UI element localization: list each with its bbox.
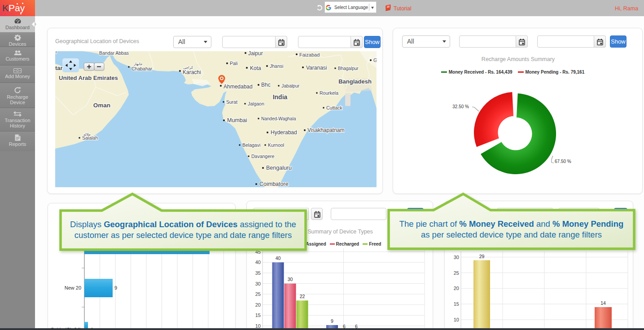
svg-text:Rourkela: Rourkela xyxy=(320,90,338,96)
svg-text:Bangladesh: Bangladesh xyxy=(338,78,372,85)
svg-text:Nanded-Waghala: Nanded-Waghala xyxy=(261,116,296,121)
svg-text:40: 40 xyxy=(255,260,261,265)
svg-text:Bandar Abbas: Bandar Abbas xyxy=(99,51,129,56)
svg-text:Gu: Gu xyxy=(373,57,377,63)
svg-text:India: India xyxy=(273,93,288,101)
svg-text:30: 30 xyxy=(255,281,261,286)
svg-text:Surat: Surat xyxy=(226,99,237,105)
svg-text:Visakhapatnam: Visakhapatnam xyxy=(307,127,345,133)
svg-text:15: 15 xyxy=(255,312,261,318)
svg-text:Belagavi: Belagavi xyxy=(242,142,260,148)
svg-text:Jalgaon: Jalgaon xyxy=(248,101,264,106)
svg-text:14: 14 xyxy=(600,300,606,306)
svg-text:Jabalpur: Jabalpur xyxy=(281,83,300,88)
svg-text:Faizabad: Faizabad xyxy=(299,52,320,57)
svg-text:Davangere: Davangere xyxy=(251,154,275,159)
svg-text:20: 20 xyxy=(255,302,261,308)
svg-text:United Arab Emirates: United Arab Emirates xyxy=(59,75,118,81)
svg-text:كراچى: كراچى xyxy=(183,66,193,70)
svg-text:Ahmedabad: Ahmedabad xyxy=(223,84,253,90)
svg-text:New 20: New 20 xyxy=(65,285,81,290)
svg-text:22: 22 xyxy=(300,294,305,299)
svg-text:Jhansi: Jhansi xyxy=(270,63,283,69)
svg-text:Kota: Kota xyxy=(250,65,261,71)
svg-text:ملالة: ملالة xyxy=(83,132,91,136)
svg-text:40: 40 xyxy=(276,255,281,261)
svg-text:25: 25 xyxy=(454,270,459,276)
svg-text:20: 20 xyxy=(454,286,459,291)
svg-text:Varanasi: Varanasi xyxy=(306,65,327,71)
svg-text:10: 10 xyxy=(454,317,459,322)
svg-text:tar: tar xyxy=(55,65,63,71)
svg-text:Bhc: Bhc xyxy=(261,82,271,88)
svg-text:Hyderabad: Hyderabad xyxy=(271,129,297,136)
svg-text:Cuttack: Cuttack xyxy=(326,105,342,110)
svg-text:30: 30 xyxy=(454,255,459,260)
svg-text:Bhagalpur: Bhagalpur xyxy=(338,66,359,71)
svg-text:29: 29 xyxy=(479,254,485,259)
svg-text:Karachi: Karachi xyxy=(183,69,201,75)
svg-text:9: 9 xyxy=(114,285,117,290)
svg-text:9: 9 xyxy=(331,318,333,324)
svg-text:Coimbatore: Coimbatore xyxy=(259,181,289,187)
svg-text:Chabahar: Chabahar xyxy=(131,66,153,71)
svg-text:35: 35 xyxy=(255,270,261,276)
svg-text:30: 30 xyxy=(288,277,293,282)
svg-text:Kurnool: Kurnool xyxy=(268,142,284,148)
svg-text:Pali: Pali xyxy=(230,61,238,66)
svg-text:l: l xyxy=(56,51,57,54)
svg-text:Oman: Oman xyxy=(93,102,110,109)
svg-text:25: 25 xyxy=(255,291,261,297)
svg-text:جابهار: جابهار xyxy=(133,62,143,66)
svg-text:Jaipur: Jaipur xyxy=(248,51,263,57)
svg-text:Bengaluru: Bengaluru xyxy=(266,165,292,171)
svg-text:Mumbai: Mumbai xyxy=(227,117,247,123)
svg-text:15: 15 xyxy=(454,301,459,307)
